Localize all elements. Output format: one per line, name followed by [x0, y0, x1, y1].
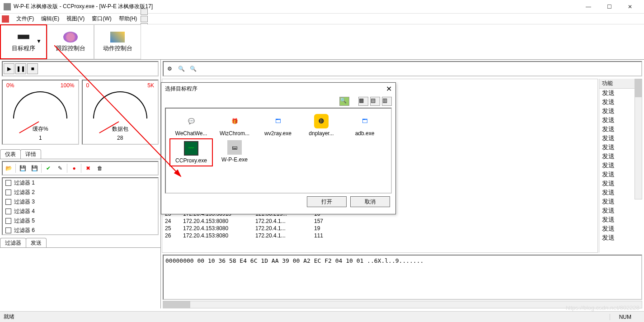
- checkbox[interactable]: [5, 208, 11, 214]
- process-list[interactable]: 💬WeChatWe... 🎁WizChrom... 🗔wv2ray.exe 🅓d…: [165, 108, 392, 194]
- window-icon: 🗔: [357, 114, 372, 128]
- wechat-icon: 💬: [184, 114, 198, 128]
- delete-icon[interactable]: ✖: [83, 163, 93, 173]
- filter-row[interactable]: 过滤器 4: [3, 207, 158, 216]
- packet-row: 26172.20.4.153:8080172.20.4.1...111: [162, 232, 597, 239]
- gift-icon: 🎁: [227, 114, 242, 128]
- right-toolbar: ⚙ 🔍 🔍: [163, 61, 642, 76]
- filter-row[interactable]: 过滤器 2: [3, 188, 158, 197]
- filter-list: 过滤器 1 过滤器 2 过滤器 3 过滤器 4 过滤器 5 过滤器 6: [2, 177, 159, 235]
- pause-button[interactable]: ❚❚: [15, 63, 26, 74]
- brush-icon: [110, 32, 125, 43]
- trace-console-button[interactable]: 跟踪控制台: [47, 24, 94, 59]
- vertical-scrollbar[interactable]: [635, 79, 642, 199]
- app-icon: [4, 3, 11, 10]
- window-icon: 🗔: [271, 114, 285, 128]
- left-panel: ▶ ❚❚ ■ 0%100% 缓存% 1 05K 数据包 28 仪表 详情 📂: [0, 60, 161, 308]
- open-button[interactable]: 打开: [307, 196, 347, 207]
- view-icons-icon[interactable]: ▦: [358, 97, 368, 106]
- mdi-minimize-icon[interactable]: [141, 9, 148, 15]
- status-num: NUM: [610, 314, 640, 320]
- function-header[interactable]: 功能: [599, 79, 635, 89]
- filter-row[interactable]: 过滤器 5: [3, 216, 158, 226]
- tab-detail[interactable]: 详情: [20, 149, 41, 159]
- process-item[interactable]: 🅓dnplayer...: [300, 112, 343, 138]
- tool-icon[interactable]: ⚙: [165, 64, 174, 74]
- packet-gauge: 05K 数据包 28: [82, 80, 159, 145]
- trash-icon[interactable]: 🗑: [95, 163, 105, 173]
- status-text: 就绪: [4, 313, 14, 321]
- check-icon[interactable]: ✔: [43, 163, 53, 173]
- dropdown-icon: ▼: [36, 38, 42, 44]
- open-icon[interactable]: 📂: [4, 163, 14, 173]
- play-toolbar: ▶ ❚❚ ■: [2, 61, 159, 76]
- tab-gauge[interactable]: 仪表: [0, 149, 21, 159]
- main-toolbar: ▼ 目标程序 跟踪控制台 动作控制台: [0, 24, 644, 60]
- menu-file[interactable]: 文件(F): [13, 15, 38, 23]
- function-column: 功能 发送 发送 发送 发送 发送 发送 发送 发送 发送 发送 发送 发送 发…: [599, 79, 635, 253]
- menu-window[interactable]: 窗口(W): [88, 15, 115, 23]
- process-item-ccproxy[interactable]: 〰CCProxy.exe: [169, 138, 213, 166]
- menu-view[interactable]: 视图(V): [63, 15, 88, 23]
- search2-icon[interactable]: 🔍: [188, 64, 198, 74]
- dialog-title: 选择目标程序: [165, 85, 386, 93]
- filter-toolbar: 📂 💾 💾 ✔ ✎ ● ✖ 🗑: [2, 161, 159, 175]
- filter-row[interactable]: 过滤器 3: [3, 197, 158, 207]
- chip-icon: [16, 32, 31, 43]
- status-bar: 就绪 NUM: [0, 311, 644, 322]
- packet-row: 25172.20.4.153:8080172.20.4.1...19: [162, 225, 597, 232]
- checkbox[interactable]: [5, 218, 11, 224]
- dialog-close-icon[interactable]: ✕: [386, 85, 392, 93]
- target-program-button[interactable]: ▼ 目标程序: [0, 24, 47, 59]
- play-button[interactable]: ▶: [4, 63, 14, 74]
- checkbox[interactable]: [5, 227, 11, 233]
- monitor-icon: 〰: [184, 141, 198, 156]
- record-icon[interactable]: ●: [69, 163, 79, 173]
- packet-row: 24172.20.4.153:8080172.20.4.1...157: [162, 218, 597, 225]
- saveall-icon[interactable]: 💾: [29, 163, 39, 173]
- process-item[interactable]: 💬WeChatWe...: [169, 112, 213, 138]
- refresh-icon[interactable]: 🔍: [339, 97, 349, 106]
- watermark: https://blog.csdn.net/802228: [566, 304, 639, 311]
- hex-view[interactable]: 00000000 00 10 36 58 E4 6C 1D AA 39 00 A…: [163, 255, 642, 300]
- search-icon[interactable]: 🔍: [176, 64, 186, 74]
- process-item[interactable]: 🗔adb.exe: [343, 112, 386, 138]
- stop-button[interactable]: ■: [27, 63, 38, 74]
- checkbox[interactable]: [5, 199, 11, 205]
- mdi-restore-icon[interactable]: [141, 16, 148, 22]
- process-item[interactable]: 🗔wv2ray.exe: [256, 112, 300, 138]
- tab-filter[interactable]: 过滤器: [0, 238, 26, 247]
- select-target-dialog: 选择目标程序 ✕ 🔍 ▦ ▤ ▥ 💬WeChatWe... 🎁WizChrom.…: [161, 82, 396, 214]
- edit-icon[interactable]: ✎: [55, 163, 65, 173]
- cancel-button[interactable]: 取消: [350, 196, 390, 207]
- left-tabs: 仪表 详情: [0, 149, 160, 159]
- view-list-icon[interactable]: ▤: [370, 97, 380, 106]
- save-icon[interactable]: 💾: [18, 163, 28, 173]
- view-detail-icon[interactable]: ▥: [382, 97, 392, 106]
- menu-help[interactable]: 帮助(H): [115, 15, 141, 23]
- device-icon: 🖴: [227, 140, 242, 155]
- bottom-tabs: 过滤器 发送: [0, 238, 160, 248]
- process-item[interactable]: 🖴W-P-E.exe: [213, 138, 256, 166]
- cache-gauge: 0%100% 缓存% 1: [2, 80, 79, 145]
- menu-icon: [2, 15, 9, 23]
- filter-row[interactable]: 过滤器 6: [3, 226, 158, 235]
- checkbox[interactable]: [5, 180, 11, 186]
- filter-row[interactable]: 过滤器 1: [3, 178, 158, 188]
- ld-icon: 🅓: [314, 114, 329, 128]
- process-item[interactable]: 🎁WizChrom...: [213, 112, 256, 138]
- checkbox[interactable]: [5, 189, 11, 195]
- tab-send[interactable]: 发送: [26, 238, 47, 247]
- action-console-button[interactable]: 动作控制台: [94, 24, 141, 59]
- menubar: 文件(F) 编辑(E) 视图(V) 窗口(W) 帮助(H): [0, 14, 644, 24]
- magnifier-icon: [63, 32, 78, 43]
- menu-edit[interactable]: 编辑(E): [38, 15, 63, 23]
